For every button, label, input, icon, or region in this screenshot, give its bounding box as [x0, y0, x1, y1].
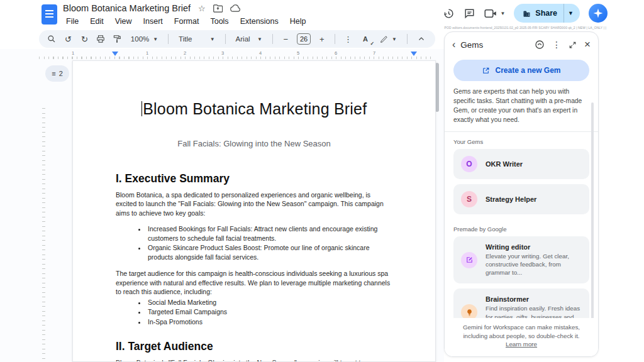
gemini-spark-button[interactable] — [589, 4, 608, 23]
font-size-input[interactable]: 26 — [297, 33, 311, 45]
menu-tools[interactable]: Tools — [206, 16, 233, 26]
doc-heading-title[interactable]: Bloom Botanica Marketing Brief — [116, 100, 392, 118]
premade-label: Premade by Google — [445, 219, 598, 236]
doc-bullet-item[interactable]: Organic Skincare Product Sales Boost: Pr… — [147, 243, 392, 261]
paint-format-icon[interactable] — [112, 33, 123, 45]
doc-bullet-item[interactable]: In-Spa Promotions — [147, 317, 392, 326]
menu-help[interactable]: Help — [286, 16, 311, 26]
gem-card[interactable]: SStrategy Helper — [453, 184, 589, 214]
more-options-icon[interactable]: ⋮ — [552, 40, 561, 50]
editing-mode-select[interactable]: ▼ — [377, 34, 399, 45]
gems-description: Gems are experts that can help you with … — [445, 87, 598, 125]
font-family-select[interactable]: Arial▼ — [233, 34, 265, 44]
doc-bullet-item[interactable]: Social Media Marketing — [147, 298, 392, 307]
print-icon[interactable] — [96, 33, 106, 45]
gem-name: Brainstormer — [486, 295, 582, 303]
undo-icon[interactable]: ↺ — [63, 33, 74, 45]
gem-name: Strategy Helper — [486, 195, 536, 203]
share-label: Share — [535, 9, 557, 18]
tabs-list-icon: ≡ — [52, 70, 55, 77]
gem-name: Writing editor — [486, 243, 582, 251]
right-indent-marker[interactable] — [411, 52, 417, 56]
gem-initial-avatar: O — [461, 156, 477, 172]
pen-icon — [380, 35, 388, 43]
menu-insert[interactable]: Insert — [139, 16, 167, 26]
gems-panel-header: ‹ Gems ⋮ × — [445, 32, 598, 55]
close-icon[interactable]: × — [584, 38, 591, 51]
build-debug-text: POD editors.documents-frontend_20250131.… — [445, 26, 606, 30]
doc-heading-target-audience[interactable]: II. Target Audience — [116, 340, 392, 353]
document-page[interactable]: Bloom Botanica Marketing Brief Fall Faci… — [72, 60, 436, 362]
gem-description: Elevate your writing. Get clear, constru… — [486, 252, 582, 277]
learn-more-link[interactable]: Learn more — [506, 341, 537, 348]
share-dropdown[interactable]: ▼ — [564, 4, 580, 23]
comments-icon[interactable] — [464, 8, 475, 19]
doc-heading-executive-summary[interactable]: I. Executive Summary — [116, 172, 392, 185]
doc-bullet-list-goals[interactable]: Increased Bookings for Fall Facials: Att… — [147, 224, 392, 261]
menu-file[interactable]: File — [62, 16, 83, 26]
menu-edit[interactable]: Edit — [86, 16, 108, 26]
google-docs-app: Bloom Botanica Marketing Brief ☆ File Ed… — [0, 0, 644, 362]
topbar: Bloom Botanica Marketing Brief ☆ File Ed… — [0, 0, 644, 29]
vertical-ruler — [42, 108, 45, 359]
expand-panel-icon[interactable] — [569, 41, 577, 49]
doc-paragraph[interactable]: Bloom Botanica, a spa dedicated to perso… — [116, 190, 392, 217]
your-gems-label: Your Gems — [445, 132, 598, 149]
gemini-star-icon — [592, 8, 604, 19]
menu-view[interactable]: View — [111, 16, 136, 26]
spelling-grammar-check-icon[interactable]: A✓ — [359, 33, 372, 45]
your-gems-list: OOKR WriterSStrategy Helper — [445, 149, 598, 214]
doc-bullet-item[interactable]: Increased Bookings for Fall Facials: Att… — [147, 224, 392, 243]
redo-icon[interactable]: ↻ — [79, 33, 90, 45]
paragraph-style-select[interactable]: Title▼ — [176, 34, 218, 44]
more-toolbar-options-icon[interactable]: ⋮ — [343, 33, 353, 45]
open-in-new-icon — [482, 67, 490, 75]
create-new-gem-button[interactable]: Create a new Gem — [453, 60, 589, 81]
share-button[interactable]: Share ▼ — [514, 4, 580, 23]
gems-side-panel: ‹ Gems ⋮ × Create a new Gem Gems are exp… — [444, 31, 599, 357]
zoom-select[interactable]: 100%▼ — [128, 34, 160, 44]
gems-panel-title: Gems — [460, 40, 483, 50]
font-caret-icon: ▼ — [257, 36, 262, 42]
zoom-caret-icon: ▼ — [153, 36, 158, 42]
google-docs-logo-icon[interactable] — [42, 4, 57, 25]
doc-paragraph[interactable]: The target audience for this campaign is… — [116, 269, 392, 296]
pen-square-icon — [461, 252, 477, 268]
style-caret-icon: ▼ — [210, 36, 215, 42]
decrease-font-size-button[interactable]: − — [280, 33, 291, 45]
menu-format[interactable]: Format — [170, 16, 204, 26]
meet-caret-icon[interactable]: ▼ — [500, 11, 505, 16]
left-indent-marker[interactable] — [112, 52, 118, 56]
doc-bullet-list-channels[interactable]: Social Media Marketing Targeted Email Ca… — [147, 298, 392, 326]
tabs-count-badge: 2 — [59, 70, 63, 77]
domain-lock-icon — [523, 9, 531, 18]
horizontal-ruler[interactable]: 1 1 2 3 4 5 6 7 — [39, 50, 435, 60]
doc-paragraph[interactable]: Bloom Botanica's "Fall Facials: Glowing … — [116, 358, 392, 362]
back-icon[interactable]: ‹ — [452, 40, 455, 50]
meet-video-icon[interactable]: ▼ — [484, 9, 505, 18]
cloud-saved-icon[interactable] — [230, 4, 240, 12]
menubar: File Edit View Insert Format Tools Exten… — [62, 16, 311, 26]
mode-caret-icon: ▼ — [392, 36, 397, 42]
hide-menus-icon[interactable] — [415, 33, 428, 45]
gem-card[interactable]: OOKR Writer — [453, 149, 589, 179]
version-history-icon[interactable] — [443, 8, 455, 19]
gem-card[interactable]: Writing editorElevate your writing. Get … — [453, 236, 589, 284]
history-icon[interactable] — [535, 40, 545, 50]
star-icon[interactable]: ☆ — [198, 4, 206, 13]
toolbar: ↺ ↻ 100%▼ Title▼ Arial▼ − 26 + ⋮ A✓ ▼ — [39, 30, 435, 48]
menu-extensions[interactable]: Extensions — [236, 16, 283, 26]
gem-name: OKR Writer — [486, 160, 523, 168]
doc-bullet-item[interactable]: Targeted Email Campaigns — [147, 307, 392, 316]
search-menus-icon[interactable] — [47, 33, 57, 45]
increase-font-size-button[interactable]: + — [316, 33, 327, 45]
text-cursor — [142, 101, 143, 116]
gems-footer: Gemini for Workspace can make mistakes, … — [445, 318, 598, 356]
panel-scrollbar-thumb[interactable] — [591, 102, 594, 334]
gem-initial-avatar: S — [461, 191, 477, 207]
move-to-folder-icon[interactable] — [213, 4, 223, 13]
doc-subtitle[interactable]: Fall Facials: Glowing into the New Seaso… — [116, 139, 392, 148]
document-title[interactable]: Bloom Botanica Marketing Brief — [63, 3, 191, 13]
document-tabs-toggle[interactable]: ≡ 2 — [45, 65, 69, 82]
